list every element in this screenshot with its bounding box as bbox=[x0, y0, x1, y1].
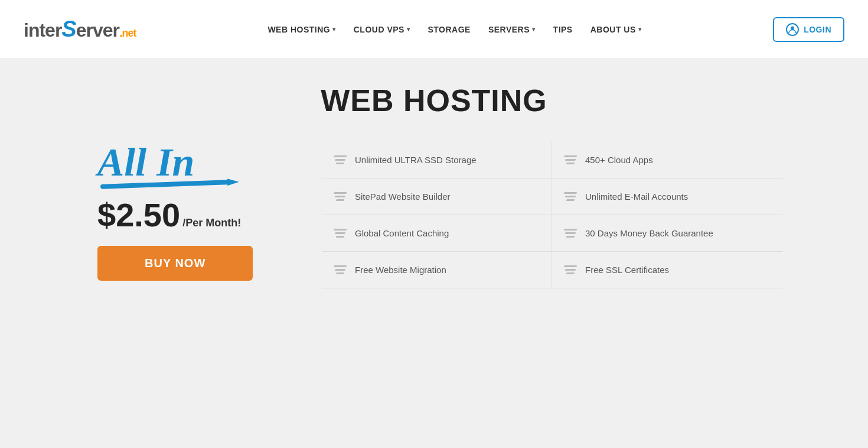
logo-erver: erver bbox=[76, 20, 119, 41]
logo[interactable]: interServer.net bbox=[24, 17, 136, 42]
main-content: WEB HOSTING All In $2.50 /Per Month! BUY… bbox=[0, 59, 868, 448]
left-panel: All In $2.50 /Per Month! BUY NOW bbox=[86, 142, 275, 281]
price-period: /Per Month! bbox=[182, 217, 241, 229]
feature-icon bbox=[334, 229, 347, 238]
header: interServer.net WEB HOSTING ▾ CLOUD VPS … bbox=[0, 0, 868, 59]
feature-text: Unlimited ULTRA SSD Storage bbox=[355, 155, 477, 165]
feature-icon bbox=[334, 155, 347, 164]
feature-item: Unlimited ULTRA SSD Storage bbox=[322, 142, 552, 178]
feature-item: Free SSL Certificates bbox=[552, 252, 782, 288]
content-area: All In $2.50 /Per Month! BUY NOW Unlimit… bbox=[50, 142, 818, 288]
feature-item: 450+ Cloud Apps bbox=[552, 142, 782, 178]
nav-web-hosting[interactable]: WEB HOSTING ▾ bbox=[267, 25, 335, 34]
features-grid: Unlimited ULTRA SSD Storage450+ Cloud Ap… bbox=[322, 142, 782, 288]
chevron-down-icon: ▾ bbox=[532, 26, 536, 33]
feature-icon bbox=[564, 192, 577, 201]
chevron-down-icon: ▾ bbox=[332, 26, 336, 33]
page-title: WEB HOSTING bbox=[321, 83, 547, 118]
logo-s: S bbox=[61, 17, 76, 42]
feature-icon bbox=[564, 155, 577, 164]
feature-item: Global Content Caching bbox=[322, 215, 552, 252]
nav-servers[interactable]: SERVERS ▾ bbox=[488, 25, 536, 34]
feature-icon bbox=[564, 265, 577, 274]
feature-text: Free Website Migration bbox=[355, 265, 446, 275]
feature-text: SitePad Website Builder bbox=[355, 191, 450, 202]
feature-text: Free SSL Certificates bbox=[585, 265, 669, 275]
price-row: $2.50 /Per Month! bbox=[97, 199, 241, 232]
logo-net: net bbox=[122, 27, 136, 40]
feature-icon bbox=[334, 192, 347, 201]
nav-about-us[interactable]: ABOUT US ▾ bbox=[590, 25, 642, 34]
price-amount: $2.50 bbox=[97, 199, 180, 232]
login-button[interactable]: LOGIN bbox=[773, 17, 844, 42]
chevron-down-icon: ▾ bbox=[638, 26, 642, 33]
feature-item: Unlimited E-Mail Accounts bbox=[552, 178, 782, 215]
feature-icon bbox=[334, 265, 347, 274]
feature-item: SitePad Website Builder bbox=[322, 178, 552, 215]
feature-text: 450+ Cloud Apps bbox=[585, 155, 653, 165]
chevron-down-icon: ▾ bbox=[407, 26, 410, 33]
feature-text: Global Content Caching bbox=[355, 228, 449, 238]
buy-now-button[interactable]: BUY NOW bbox=[97, 246, 253, 281]
nav-cloud-vps[interactable]: CLOUD VPS ▾ bbox=[354, 25, 410, 34]
main-nav: WEB HOSTING ▾ CLOUD VPS ▾ STORAGE SERVER… bbox=[267, 25, 641, 34]
nav-storage[interactable]: STORAGE bbox=[428, 25, 470, 34]
svg-point-0 bbox=[791, 26, 794, 30]
feature-item: 30 Days Money Back Guarantee bbox=[552, 215, 782, 252]
logo-inter: inter bbox=[24, 20, 61, 41]
all-in-text: All In bbox=[97, 142, 194, 182]
feature-text: 30 Days Money Back Guarantee bbox=[585, 228, 713, 238]
feature-text: Unlimited E-Mail Accounts bbox=[585, 191, 688, 202]
feature-icon bbox=[564, 229, 577, 238]
nav-tips[interactable]: TIPS bbox=[553, 25, 573, 34]
feature-item: Free Website Migration bbox=[322, 252, 552, 288]
user-icon bbox=[786, 23, 799, 36]
